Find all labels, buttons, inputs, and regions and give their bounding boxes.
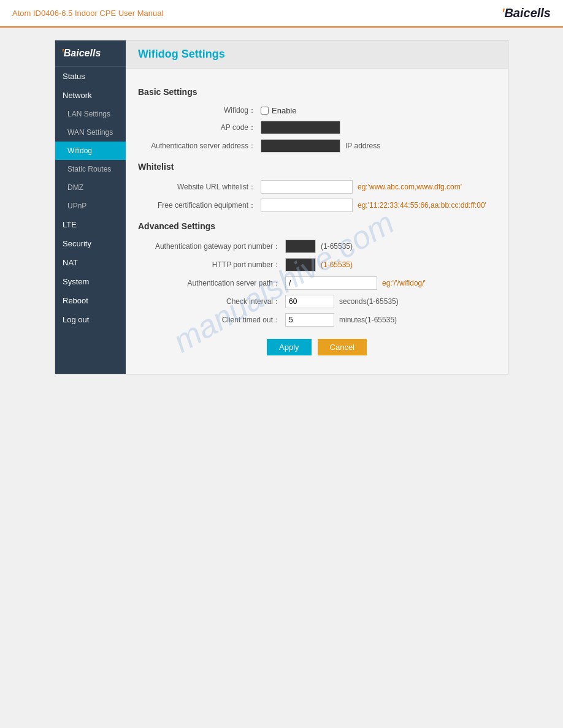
sidebar-brand: 'Baicells — [55, 40, 126, 67]
apply-button[interactable]: Apply — [267, 339, 312, 355]
auth-server-input[interactable] — [261, 139, 340, 153]
http-port-input[interactable] — [285, 258, 316, 271]
top-brand-logo: 'Baicells — [502, 6, 551, 20]
sidebar-item-lan-settings[interactable]: LAN Settings — [55, 105, 126, 123]
auth-server-hint: IP address — [345, 142, 380, 150]
website-url-input[interactable] — [261, 180, 353, 194]
auth-server-path-row: Authentication server path： eg:'/'/wifid… — [138, 276, 496, 290]
website-url-row: Website URL whitelist： eg:'www.abc.com,w… — [138, 180, 496, 194]
check-interval-label: Check interval： — [138, 297, 285, 307]
http-port-label: HTTP port number： — [138, 260, 285, 270]
top-bar: Atom ID0406-6.5 Indoor CPE User Manual '… — [0, 0, 563, 28]
client-timed-out-input[interactable] — [285, 313, 334, 327]
ap-code-row: AP code： — [138, 121, 496, 134]
auth-gateway-port-input[interactable] — [285, 240, 316, 253]
auth-server-path-label: Authentication server path： — [138, 278, 285, 289]
sidebar-item-wan-settings[interactable]: WAN Settings — [55, 123, 126, 142]
wifidog-enable-row: Wifidog： Enable — [138, 105, 496, 116]
sidebar-item-lte[interactable]: LTE — [55, 215, 126, 234]
sidebar-item-nat[interactable]: NAT — [55, 253, 126, 272]
auth-server-label: Authentication server address： — [138, 141, 261, 151]
sidebar-item-wifidog[interactable]: Wifidog — [55, 142, 126, 160]
wifidog-enable-label: Enable — [272, 106, 296, 115]
client-timed-out-label: Client timed out： — [138, 315, 285, 325]
sidebar-item-upnp[interactable]: UPnP — [55, 197, 126, 215]
content-body: Basic Settings Wifidog： Enable AP code： — [126, 69, 508, 374]
http-port-row: HTTP port number： (1-65535) — [138, 258, 496, 271]
whitelist-title: Whitelist — [138, 162, 496, 174]
wifidog-enable-checkbox[interactable] — [261, 107, 269, 115]
check-interval-row: Check interval： seconds(1-65535) — [138, 295, 496, 308]
wifidog-label: Wifidog： — [138, 105, 261, 116]
client-timed-out-row: Client timed out： minutes(1-65535) — [138, 313, 496, 327]
sidebar-item-reboot[interactable]: Reboot — [55, 291, 126, 310]
button-row: Apply Cancel — [138, 339, 496, 365]
http-port-hint: (1-65535) — [321, 260, 353, 269]
free-cert-row: Free certification equipment： eg:'11:22:… — [138, 199, 496, 212]
sidebar-item-logout[interactable]: Log out — [55, 310, 126, 329]
sidebar-item-security[interactable]: Security — [55, 234, 126, 253]
doc-title: Atom ID0406-6.5 Indoor CPE User Manual — [12, 9, 163, 18]
free-cert-input[interactable] — [261, 199, 353, 212]
sidebar-item-dmz[interactable]: DMZ — [55, 178, 126, 197]
brand-name: Baicells — [504, 6, 551, 20]
basic-settings-title: Basic Settings — [138, 87, 496, 99]
advanced-settings-title: Advanced Settings — [138, 221, 496, 233]
content-header: Wifidog Settings — [126, 40, 508, 69]
sidebar: 'Baicells Status Network LAN Settings WA… — [55, 40, 126, 374]
ap-code-label: AP code： — [138, 123, 261, 133]
sidebar-item-network[interactable]: Network — [55, 86, 126, 105]
website-url-label: Website URL whitelist： — [138, 182, 261, 192]
sidebar-item-static-routes[interactable]: Static Routes — [55, 160, 126, 178]
auth-server-path-input[interactable] — [285, 276, 377, 290]
sidebar-item-system[interactable]: System — [55, 272, 126, 291]
auth-server-row: Authentication server address： IP addres… — [138, 139, 496, 153]
sidebar-item-status[interactable]: Status — [55, 67, 126, 86]
check-interval-hint: seconds(1-65535) — [339, 297, 399, 306]
page-title: Wifidog Settings — [138, 48, 496, 61]
cancel-button[interactable]: Cancel — [318, 339, 367, 355]
free-cert-label: Free certification equipment： — [138, 200, 261, 211]
client-timed-out-hint: minutes(1-65535) — [339, 316, 397, 324]
auth-gateway-port-label: Authentication gateway port number： — [138, 241, 285, 252]
auth-gateway-port-hint: (1-65535) — [321, 242, 353, 251]
auth-gateway-port-row: Authentication gateway port number： (1-6… — [138, 240, 496, 253]
content-area: Wifidog Settings Basic Settings Wifidog：… — [126, 40, 508, 374]
main-container: 'Baicells Status Network LAN Settings WA… — [55, 40, 508, 374]
website-url-hint: eg:'www.abc.com,www.dfg.com' — [358, 183, 462, 191]
check-interval-input[interactable] — [285, 295, 334, 308]
free-cert-hint: eg:'11:22:33:44:55:66,aa:bb:cc:dd:ff:00' — [358, 201, 486, 210]
auth-server-path-hint: eg:'/'/wifidog/' — [382, 279, 426, 287]
wifidog-enable-checkbox-row: Enable — [261, 106, 296, 115]
ap-code-input[interactable] — [261, 121, 340, 134]
